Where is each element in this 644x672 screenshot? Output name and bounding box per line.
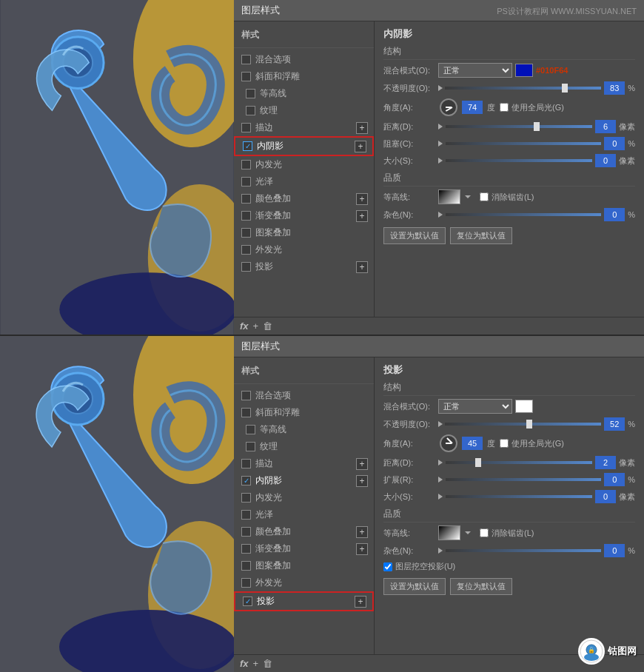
b-stroke-plus-btn[interactable]: + bbox=[356, 458, 368, 470]
b-style-item-bevel[interactable]: 斜面和浮雕 bbox=[234, 404, 374, 421]
opacity-slider-2[interactable] bbox=[438, 421, 601, 427]
angle-dial-1[interactable] bbox=[440, 98, 457, 116]
anti-alias-label-1[interactable]: 消除锯齿(L) bbox=[480, 192, 534, 203]
b-gradient-overlay-plus-btn[interactable]: + bbox=[356, 543, 368, 555]
b-checkbox-satin[interactable] bbox=[241, 510, 251, 520]
delete-style-btn-2[interactable]: 🗑 bbox=[263, 658, 272, 669]
choke-slider-1[interactable] bbox=[446, 142, 601, 145]
checkbox-inner-shadow[interactable]: ✓ bbox=[243, 141, 252, 151]
reset-default-btn-1[interactable]: 复位为默认值 bbox=[450, 227, 512, 244]
anti-alias-checkbox-1[interactable] bbox=[480, 192, 489, 201]
angle-dial-2[interactable] bbox=[440, 434, 457, 452]
b-checkbox-contour[interactable] bbox=[246, 425, 255, 434]
layer-knockout-checkbox[interactable] bbox=[383, 562, 392, 571]
b-color-overlay-plus-btn[interactable]: + bbox=[356, 526, 368, 538]
checkbox-blend[interactable] bbox=[241, 55, 251, 64]
contour-dropdown-arrow-2[interactable] bbox=[465, 531, 471, 534]
b-style-item-contour[interactable]: 等高线 bbox=[234, 421, 374, 438]
b-checkbox-outer-glow[interactable] bbox=[241, 578, 251, 588]
slider-track-1[interactable] bbox=[445, 87, 601, 90]
b-checkbox-texture[interactable] bbox=[246, 442, 255, 451]
b-checkbox-gradient-overlay[interactable] bbox=[241, 544, 251, 554]
gradient-overlay-plus-btn[interactable]: + bbox=[356, 210, 368, 222]
checkbox-outer-glow[interactable] bbox=[241, 245, 251, 255]
blend-color-swatch-1[interactable] bbox=[515, 64, 533, 77]
noise-slider-1[interactable] bbox=[446, 213, 601, 216]
contour-preview-2[interactable] bbox=[438, 525, 460, 540]
slider-track-2[interactable] bbox=[445, 423, 601, 426]
contour-dropdown-arrow-1[interactable] bbox=[465, 195, 471, 198]
style-item-blend[interactable]: 混合选项 bbox=[234, 51, 374, 68]
style-item-pattern-overlay[interactable]: 图案叠加 bbox=[234, 224, 374, 241]
b-style-item-drop-shadow[interactable]: ✓ 投影 + bbox=[234, 591, 374, 611]
b-style-item-texture[interactable]: 纹理 bbox=[234, 438, 374, 455]
b-style-item-pattern-overlay[interactable]: 图案叠加 bbox=[234, 557, 374, 574]
reset-default-btn-2[interactable]: 复位为默认值 bbox=[450, 578, 512, 595]
add-style-btn-2[interactable]: + bbox=[253, 658, 259, 669]
style-item-gradient-overlay[interactable]: 渐变叠加 + bbox=[234, 207, 374, 224]
style-item-stroke[interactable]: 描边 + bbox=[234, 119, 374, 136]
style-item-bevel[interactable]: 斜面和浮雕 bbox=[234, 68, 374, 85]
b-style-item-color-overlay[interactable]: 颜色叠加 + bbox=[234, 523, 374, 540]
distance-slider-2[interactable] bbox=[446, 461, 592, 464]
b-style-item-blend[interactable]: 混合选项 bbox=[234, 387, 374, 404]
b-style-item-stroke[interactable]: 描边 + bbox=[234, 455, 374, 472]
global-light-label-2[interactable]: 使用全局光(G) bbox=[500, 438, 564, 449]
b-checkbox-drop-shadow[interactable]: ✓ bbox=[243, 597, 252, 606]
b-style-item-gradient-overlay[interactable]: 渐变叠加 + bbox=[234, 540, 374, 557]
checkbox-gradient-overlay[interactable] bbox=[241, 211, 251, 221]
fx-icon-2[interactable]: fx bbox=[240, 658, 249, 669]
size-slider-2[interactable] bbox=[446, 495, 592, 498]
spread-slider-2[interactable] bbox=[446, 478, 601, 481]
set-default-btn-1[interactable]: 设置为默认值 bbox=[383, 227, 446, 244]
checkbox-texture[interactable] bbox=[246, 106, 255, 115]
blend-color-swatch-2[interactable] bbox=[515, 400, 533, 413]
b-style-item-inner-glow[interactable]: 内发光 bbox=[234, 489, 374, 506]
b-checkbox-bevel[interactable] bbox=[241, 408, 251, 417]
size-slider-1[interactable] bbox=[446, 159, 592, 162]
distance-slider-1[interactable] bbox=[446, 125, 592, 128]
b-inner-shadow-plus-btn[interactable]: + bbox=[356, 475, 368, 487]
b-checkbox-pattern-overlay[interactable] bbox=[241, 561, 251, 571]
style-item-inner-shadow[interactable]: ✓ 内阴影 + bbox=[234, 136, 374, 156]
global-light-checkbox-1[interactable] bbox=[500, 103, 509, 112]
b-checkbox-inner-glow[interactable] bbox=[241, 493, 251, 503]
inner-shadow-plus-btn[interactable]: + bbox=[355, 141, 366, 152]
global-light-checkbox-2[interactable] bbox=[500, 439, 509, 448]
layer-knockout-label[interactable]: 图层挖空投影(U) bbox=[383, 561, 455, 572]
global-light-label-1[interactable]: 使用全局光(G) bbox=[500, 102, 564, 113]
b-style-item-inner-shadow[interactable]: ✓ 内阴影 + bbox=[234, 472, 374, 489]
checkbox-pattern-overlay[interactable] bbox=[241, 228, 251, 238]
checkbox-bevel[interactable] bbox=[241, 72, 251, 81]
color-overlay-plus-btn[interactable]: + bbox=[356, 193, 368, 205]
style-item-inner-glow[interactable]: 内发光 bbox=[234, 156, 374, 173]
checkbox-inner-glow[interactable] bbox=[241, 160, 251, 169]
b-style-item-outer-glow[interactable]: 外发光 bbox=[234, 574, 374, 591]
style-item-drop-shadow-1[interactable]: 投影 + bbox=[234, 258, 374, 275]
anti-alias-label-2[interactable]: 消除锯齿(L) bbox=[480, 528, 534, 539]
b-checkbox-stroke[interactable] bbox=[241, 459, 251, 468]
noise-slider-2[interactable] bbox=[446, 549, 601, 552]
b-checkbox-inner-shadow[interactable]: ✓ bbox=[241, 476, 251, 485]
style-item-satin[interactable]: 光泽 bbox=[234, 173, 374, 190]
contour-preview-1[interactable] bbox=[438, 189, 460, 204]
style-item-outer-glow[interactable]: 外发光 bbox=[234, 241, 374, 258]
checkbox-color-overlay[interactable] bbox=[241, 194, 251, 204]
anti-alias-checkbox-2[interactable] bbox=[480, 528, 489, 537]
b-drop-shadow-plus-btn[interactable]: + bbox=[355, 596, 366, 608]
add-style-btn-1[interactable]: + bbox=[253, 320, 259, 332]
b-checkbox-color-overlay[interactable] bbox=[241, 527, 251, 537]
stroke-plus-btn[interactable]: + bbox=[356, 122, 368, 134]
blend-mode-select-1[interactable]: 正常 bbox=[438, 63, 512, 78]
b-checkbox-blend[interactable] bbox=[241, 391, 251, 400]
checkbox-stroke[interactable] bbox=[241, 123, 251, 132]
slider-thumb-1[interactable] bbox=[562, 84, 568, 93]
checkbox-contour1[interactable] bbox=[246, 89, 255, 98]
blend-mode-select-2[interactable]: 正常 bbox=[438, 399, 512, 414]
style-item-contour1[interactable]: 等高线 bbox=[234, 85, 374, 102]
fx-icon-1[interactable]: fx bbox=[240, 320, 249, 332]
distance-thumb-2[interactable] bbox=[475, 458, 481, 467]
style-item-color-overlay[interactable]: 颜色叠加 + bbox=[234, 190, 374, 207]
style-item-texture[interactable]: 纹理 bbox=[234, 102, 374, 119]
distance-thumb-1[interactable] bbox=[534, 122, 540, 131]
